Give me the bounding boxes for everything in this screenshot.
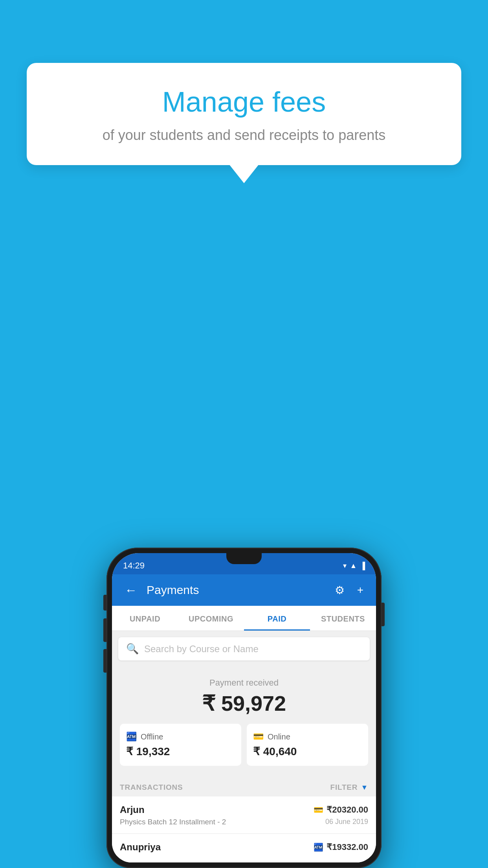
wifi-icon: ▾ [343, 561, 347, 570]
tab-upcoming[interactable]: UPCOMING [178, 606, 244, 631]
transaction-top: Arjun 💳 ₹20320.00 [120, 804, 368, 815]
phone-side-btn-left-1 [103, 595, 106, 611]
battery-icon: ▐ [360, 562, 365, 570]
status-icons: ▾ ▲ ▐ [343, 561, 365, 570]
cash-payment-icon: 🏧 [314, 842, 323, 852]
transaction-name: Anupriya [120, 842, 161, 853]
transaction-row[interactable]: Arjun 💳 ₹20320.00 Physics Batch 12 Insta… [112, 796, 376, 834]
phone-outer: 14:29 ▾ ▲ ▐ ← Payments ⚙ + UNPAID [106, 548, 382, 868]
phone-screen: 14:29 ▾ ▲ ▐ ← Payments ⚙ + UNPAID [112, 553, 376, 862]
card-icon: 💳 [253, 732, 264, 742]
transaction-date: 06 June 2019 [325, 818, 368, 826]
transaction-name: Arjun [120, 804, 145, 815]
tabs-bar: UNPAID UPCOMING PAID STUDENTS [112, 606, 376, 631]
search-bar[interactable]: 🔍 Search by Course or Name [118, 637, 370, 660]
phone-side-btn-left-3 [103, 649, 106, 673]
phone-wrapper: 14:29 ▾ ▲ ▐ ← Payments ⚙ + UNPAID [106, 548, 382, 868]
transaction-amount: ₹19332.00 [327, 842, 368, 852]
transaction-amount-wrap: 🏧 ₹19332.00 [314, 842, 368, 852]
settings-button[interactable]: ⚙ [332, 581, 348, 600]
cash-icon: 🏧 [126, 732, 137, 742]
phone-side-power-button [382, 603, 385, 626]
offline-amount: ₹ 19,332 [126, 745, 235, 758]
transaction-bottom: Physics Batch 12 Installment - 2 06 June… [120, 818, 368, 826]
online-label: Online [268, 732, 290, 741]
search-placeholder: Search by Course or Name [144, 644, 259, 655]
signal-icon: ▲ [350, 562, 357, 570]
payment-received-label: Payment received [120, 678, 368, 688]
search-icon: 🔍 [126, 643, 139, 655]
offline-payment-card: 🏧 Offline ₹ 19,332 [120, 724, 241, 766]
phone-notch [226, 553, 262, 564]
header-title: Payments [147, 583, 325, 597]
offline-label-row: 🏧 Offline [126, 732, 235, 742]
transactions-label: TRANSACTIONS [120, 783, 183, 792]
offline-label: Offline [141, 732, 163, 741]
transaction-top: Anupriya 🏧 ₹19332.00 [120, 842, 368, 853]
transaction-amount: ₹20320.00 [327, 805, 368, 815]
online-payment-card: 💳 Online ₹ 40,640 [247, 724, 368, 766]
back-button[interactable]: ← [121, 580, 140, 601]
transactions-header: TRANSACTIONS FILTER ▼ [112, 776, 376, 796]
card-payment-icon: 💳 [314, 805, 323, 815]
payment-received-section: Payment received ₹ 59,972 🏧 Offline ₹ 19… [112, 667, 376, 776]
tooltip-subtitle: of your students and send receipts to pa… [46, 125, 442, 145]
app-header: ← Payments ⚙ + [112, 574, 376, 606]
transaction-amount-wrap: 💳 ₹20320.00 [314, 805, 368, 815]
status-time: 14:29 [123, 561, 145, 571]
filter-icon: ▼ [361, 783, 368, 792]
tooltip-title: Manage fees [46, 86, 442, 118]
phone-side-btn-left-2 [103, 618, 106, 642]
filter-label: FILTER [330, 783, 358, 792]
filter-button[interactable]: FILTER ▼ [330, 783, 368, 792]
transaction-row[interactable]: Anupriya 🏧 ₹19332.00 [112, 834, 376, 862]
online-amount: ₹ 40,640 [253, 745, 362, 758]
payment-cards-row: 🏧 Offline ₹ 19,332 💳 Online ₹ 40,640 [120, 724, 368, 766]
tab-unpaid[interactable]: UNPAID [112, 606, 178, 631]
add-button[interactable]: + [354, 581, 367, 600]
online-label-row: 💳 Online [253, 732, 362, 742]
payment-total-amount: ₹ 59,972 [120, 691, 368, 716]
tooltip-card: Manage fees of your students and send re… [27, 63, 461, 165]
transaction-course: Physics Batch 12 Installment - 2 [120, 818, 226, 826]
tab-paid[interactable]: PAID [244, 606, 310, 631]
tab-students[interactable]: STUDENTS [310, 606, 376, 631]
